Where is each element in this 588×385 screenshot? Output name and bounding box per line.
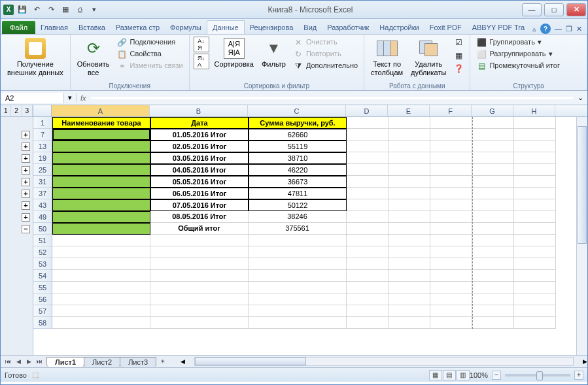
tab-addins[interactable]: Надстройки — [374, 21, 424, 34]
row-header[interactable]: 49 — [33, 211, 52, 223]
cell[interactable] — [472, 270, 514, 282]
row-header[interactable]: 57 — [33, 305, 52, 317]
cell[interactable] — [389, 293, 430, 305]
sheet-nav-next[interactable]: ▶ — [24, 357, 33, 366]
cell[interactable] — [347, 246, 389, 258]
tab-home[interactable]: Главная — [35, 21, 73, 34]
formula-expand[interactable]: ⌄ — [574, 93, 587, 102]
cell[interactable] — [150, 293, 249, 305]
cell[interactable] — [514, 258, 556, 270]
cell[interactable]: 06.05.2016 Итог — [150, 188, 249, 199]
outline-level-2[interactable]: 2 — [11, 105, 22, 116]
cell[interactable] — [347, 188, 389, 199]
cell[interactable] — [430, 164, 472, 176]
row-header[interactable]: 37 — [33, 188, 52, 199]
cell[interactable] — [389, 270, 430, 282]
cell[interactable] — [472, 246, 514, 258]
tab-abbyy[interactable]: ABBYY PDF Tra — [467, 21, 530, 34]
cell[interactable] — [514, 305, 556, 317]
outline-expand-button[interactable]: + — [22, 213, 30, 222]
column-header-E[interactable]: E — [388, 105, 430, 116]
cell[interactable] — [249, 305, 347, 317]
tab-view[interactable]: Вид — [298, 21, 322, 34]
tab-developer[interactable]: Разработчик — [322, 21, 374, 34]
cell[interactable]: 46220 — [249, 164, 347, 176]
consolidate-button[interactable]: ▦ — [451, 50, 466, 61]
sheet-nav-first[interactable]: ⏮ — [3, 357, 12, 366]
cell[interactable] — [389, 129, 430, 141]
cell[interactable]: 36673 — [249, 176, 347, 188]
cell[interactable] — [347, 223, 389, 235]
cell[interactable]: 08.05.2016 Итог — [150, 211, 249, 223]
cell[interactable] — [430, 223, 472, 235]
cell[interactable] — [430, 141, 472, 152]
cell[interactable] — [249, 317, 347, 329]
select-all-corner[interactable] — [33, 105, 52, 116]
column-header-D[interactable]: D — [346, 105, 388, 116]
sort-desc-button[interactable]: Я↓А — [194, 54, 209, 69]
cell[interactable] — [472, 141, 514, 152]
cell[interactable] — [52, 270, 150, 282]
cell[interactable] — [52, 258, 150, 270]
cell[interactable] — [249, 258, 347, 270]
cell[interactable] — [389, 152, 430, 164]
file-tab[interactable]: Файл — [2, 21, 35, 34]
cell[interactable] — [472, 282, 514, 293]
cell[interactable] — [514, 282, 556, 293]
row-header[interactable]: 54 — [33, 270, 52, 282]
name-box-dropdown[interactable]: ▾ — [64, 93, 77, 102]
cell[interactable] — [52, 176, 150, 188]
cell[interactable] — [52, 223, 150, 235]
name-box[interactable]: A2 — [1, 93, 64, 103]
clear-filter-button[interactable]: ✕Очистить — [291, 37, 360, 48]
cell[interactable] — [347, 293, 389, 305]
cell[interactable] — [347, 152, 389, 164]
cell[interactable] — [389, 188, 430, 199]
outline-expand-button[interactable]: + — [22, 131, 30, 139]
cell[interactable] — [430, 235, 472, 246]
cell[interactable] — [472, 188, 514, 199]
cell[interactable] — [52, 317, 150, 329]
vertical-scrollbar[interactable] — [576, 117, 587, 355]
cell[interactable] — [150, 282, 249, 293]
row-header[interactable]: 1 — [33, 117, 52, 129]
cell[interactable] — [52, 293, 150, 305]
cell[interactable] — [347, 176, 389, 188]
cell[interactable] — [52, 282, 150, 293]
ungroup-button[interactable]: ⬜Разгруппировать▾ — [474, 48, 562, 60]
cell[interactable] — [150, 305, 249, 317]
outline-expand-button[interactable]: + — [22, 178, 30, 186]
cell[interactable] — [249, 282, 347, 293]
row-header[interactable]: 31 — [33, 176, 52, 188]
cell[interactable] — [52, 211, 150, 223]
cell[interactable] — [150, 258, 249, 270]
qat-chart[interactable]: ▦ — [60, 4, 71, 16]
wb-close[interactable]: ✕ — [576, 25, 582, 33]
cell[interactable] — [389, 211, 430, 223]
cell[interactable] — [430, 305, 472, 317]
row-header[interactable]: 19 — [33, 152, 52, 164]
cell[interactable] — [430, 188, 472, 199]
cell[interactable] — [347, 282, 389, 293]
cell[interactable] — [430, 117, 472, 129]
cell[interactable] — [150, 235, 249, 246]
cell[interactable] — [389, 282, 430, 293]
cell[interactable] — [347, 305, 389, 317]
zoom-level[interactable]: 100% — [470, 371, 488, 379]
cell[interactable]: 01.05.2016 Итог — [150, 129, 249, 141]
wb-restore[interactable]: ❐ — [566, 25, 572, 33]
cell[interactable] — [389, 176, 430, 188]
cell[interactable] — [249, 270, 347, 282]
text-to-columns-button[interactable]: Текст по столбцам — [368, 37, 406, 78]
cell[interactable]: 47811 — [249, 188, 347, 199]
cell[interactable]: 03.05.2016 Итог — [150, 152, 249, 164]
formula-input[interactable] — [91, 97, 573, 99]
minimize-button[interactable]: — — [522, 3, 542, 16]
cell[interactable] — [514, 176, 556, 188]
cell[interactable] — [389, 305, 430, 317]
column-header-F[interactable]: F — [430, 105, 472, 116]
cell[interactable] — [347, 317, 389, 329]
column-header-B[interactable]: B — [150, 105, 248, 116]
cell[interactable] — [430, 270, 472, 282]
cell[interactable] — [347, 199, 389, 211]
